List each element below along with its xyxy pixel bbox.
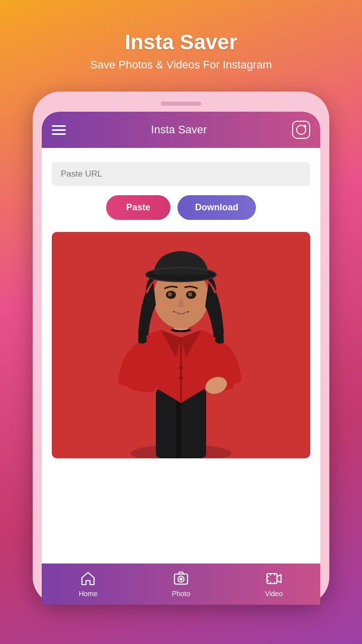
svg-point-17 — [179, 376, 183, 380]
buttons-row: Paste Download — [106, 195, 256, 220]
app-bar: Insta Saver — [42, 112, 320, 148]
svg-rect-21 — [267, 574, 277, 584]
video-icon — [266, 571, 282, 587]
nav-label-photo: Photo — [172, 590, 191, 598]
url-input[interactable] — [52, 162, 310, 186]
download-button[interactable]: Download — [177, 195, 256, 220]
svg-point-13 — [192, 300, 206, 309]
phone-speaker — [161, 102, 201, 106]
svg-point-11 — [188, 292, 192, 296]
nav-item-photo[interactable]: Photo — [135, 571, 228, 598]
bottom-nav: Home Photo — [42, 564, 320, 605]
svg-point-20 — [179, 578, 183, 581]
image-preview — [52, 232, 310, 458]
home-icon — [80, 571, 96, 587]
instagram-icon[interactable] — [292, 121, 310, 139]
nav-label-home: Home — [79, 590, 98, 598]
menu-button[interactable] — [52, 125, 66, 135]
nav-label-video: Video — [265, 590, 283, 598]
svg-point-12 — [156, 300, 170, 309]
content-area: Paste Download — [42, 148, 320, 564]
app-title: Insta Saver — [125, 30, 237, 54]
phone-screen: Insta Saver Paste Download — [42, 112, 320, 605]
paste-button[interactable]: Paste — [106, 195, 170, 220]
svg-point-16 — [179, 366, 183, 370]
nav-item-video[interactable]: Video — [227, 571, 320, 598]
app-subtitle: Save Photos & Videos For Instagram — [90, 58, 272, 71]
nav-item-home[interactable]: Home — [42, 571, 135, 598]
app-bar-title: Insta Saver — [151, 123, 207, 136]
phone-frame: Insta Saver Paste Download — [33, 92, 329, 605]
svg-point-10 — [168, 292, 172, 296]
photo-icon — [173, 571, 189, 587]
